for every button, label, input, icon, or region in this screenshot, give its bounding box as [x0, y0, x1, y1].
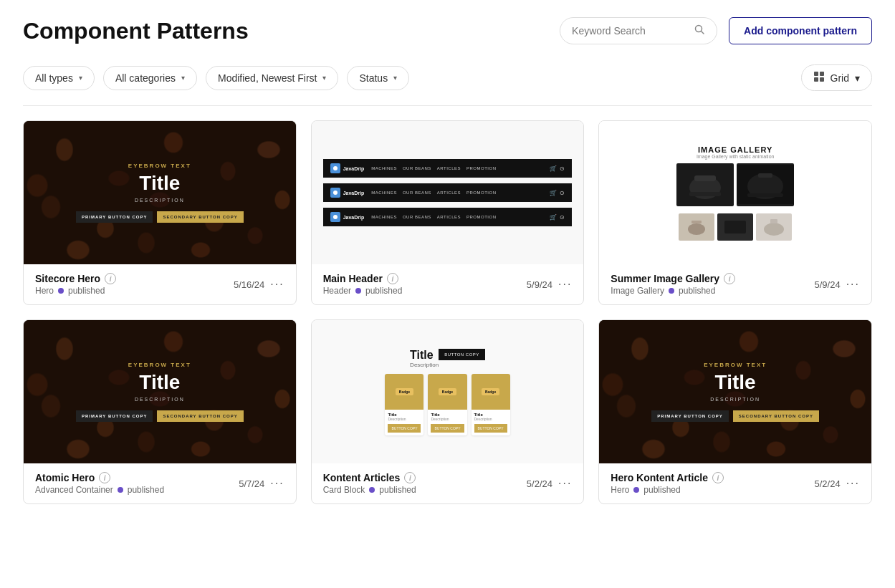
component-grid: Eyebrow Text Title Description Primary B…: [23, 120, 872, 504]
card-footer-kontent-articles: Kontent Articles i Card Block published …: [312, 463, 584, 503]
header-actions: Add component pattern: [560, 17, 872, 44]
card-type-2: Header: [323, 286, 351, 296]
gallery-main-grid: [676, 163, 794, 206]
more-options-button-3[interactable]: ···: [846, 279, 860, 290]
more-options-button-5[interactable]: ···: [558, 478, 572, 489]
card-name-row: Sitecore Hero i: [35, 273, 116, 284]
gallery-image-1: [676, 163, 734, 206]
articles-title: Title: [410, 349, 439, 362]
card-name-row-5: Kontent Articles i: [323, 472, 416, 483]
nav-links: Machines Our Beans Articles Promotion: [371, 166, 542, 170]
nav-logo: JavaDrip: [330, 163, 365, 173]
card-name-row-6: Hero Kontent Article i: [611, 472, 724, 483]
article-card-top-1: Badge: [385, 374, 423, 410]
svg-point-7: [333, 191, 338, 195]
card-date-row-6: 5/2/24 ···: [814, 478, 860, 489]
more-options-button-2[interactable]: ···: [558, 279, 572, 290]
status-dot-6: [633, 487, 639, 493]
card-date-row-3: 5/9/24 ···: [814, 279, 860, 290]
card-name-row-4: Atomic Hero i: [35, 472, 164, 483]
search-input[interactable]: [572, 25, 688, 37]
info-icon-2[interactable]: i: [387, 273, 398, 284]
info-icon-5[interactable]: i: [404, 472, 416, 483]
hero-primary-button-6: Primary Button Copy: [651, 410, 729, 422]
article-card-body-1: Title Description BUTTON COPY: [385, 410, 423, 435]
gallery-image-3: [679, 213, 714, 241]
nav-links-2: Machines Our Beans Articles Promotion: [371, 191, 542, 195]
info-icon-6[interactable]: i: [712, 472, 724, 483]
nav-logo-3: JavaDrip: [330, 212, 365, 222]
card-info-4: Atomic Hero i Advanced Container publish…: [35, 472, 164, 495]
chevron-down-icon: ▾: [322, 74, 326, 82]
svg-point-6: [333, 166, 338, 170]
article-card-body-3: Title Description BUTTON COPY: [472, 410, 510, 435]
article-card-desc-2: Description: [431, 417, 464, 421]
card-name-row-3: Summer Image Gallery i: [611, 273, 735, 284]
card-date-row-5: 5/2/24 ···: [527, 478, 573, 489]
card-meta-5: Card Block published: [323, 485, 416, 495]
hero-secondary-button-6: Secondary Button Copy: [733, 410, 819, 422]
card-thumbnail-sitecore-hero: Eyebrow Text Title Description Primary B…: [24, 121, 296, 264]
card-status-4: published: [128, 485, 164, 495]
cart-icon-3: 🛒: [550, 214, 557, 221]
card-type-5: Card Block: [323, 485, 365, 495]
page-header: Component Patterns Add component pattern: [23, 17, 872, 44]
filter-categories[interactable]: All categories ▾: [103, 66, 197, 90]
info-icon-3[interactable]: i: [724, 273, 735, 284]
card-name-2: Main Header: [323, 273, 383, 284]
filter-types[interactable]: All types ▾: [23, 66, 95, 90]
view-label: Grid: [831, 72, 849, 84]
article-card-body-2: Title Description BUTTON COPY: [428, 410, 466, 435]
status-dot-2: [355, 288, 361, 294]
article-card-top-2: Badge: [428, 374, 466, 410]
card-thumbnail-gallery: IMAGE GALLERY Image Gallery with static …: [599, 121, 871, 264]
card-date-4: 5/7/24: [239, 478, 264, 489]
user-icon: ⊙: [560, 165, 565, 172]
grid-icon: [813, 71, 825, 85]
more-options-button-6[interactable]: ···: [846, 478, 860, 489]
add-component-pattern-button[interactable]: Add component pattern: [729, 17, 872, 44]
card-hero-kontent-article: Eyebrow Text Title Description Primary B…: [598, 319, 872, 504]
card-name-6: Hero Kontent Article: [611, 472, 708, 483]
filter-status[interactable]: Status ▾: [347, 66, 409, 90]
page-title: Component Patterns: [23, 18, 249, 44]
card-info: Sitecore Hero i Hero published: [35, 273, 116, 296]
info-icon[interactable]: i: [105, 273, 116, 284]
filter-types-label: All types: [35, 72, 73, 84]
card-thumbnail-main-header: JavaDrip Machines Our Beans Articles Pro…: [312, 121, 584, 264]
more-options-button-4[interactable]: ···: [270, 478, 284, 489]
chevron-down-icon: ▾: [855, 72, 860, 84]
cart-icon: 🛒: [550, 165, 557, 172]
status-dot-4: [118, 487, 123, 493]
card-meta-4: Advanced Container published: [35, 485, 164, 495]
card-date: 5/16/24: [234, 279, 264, 290]
logo-icon-2: [330, 188, 340, 198]
article-card-1: Badge Title Description BUTTON COPY: [385, 374, 423, 435]
filters-bar: All types ▾ All categories ▾ Modified, N…: [23, 64, 872, 106]
card-status-5: published: [379, 485, 416, 495]
articles-desc: Description: [410, 362, 439, 368]
svg-rect-16: [747, 193, 783, 197]
card-info-6: Hero Kontent Article i Hero published: [611, 472, 724, 495]
more-options-button[interactable]: ···: [270, 279, 284, 290]
nav-icons: 🛒 ⊙: [550, 165, 565, 172]
svg-rect-5: [820, 77, 824, 82]
svg-rect-21: [724, 221, 746, 233]
info-icon-4[interactable]: i: [99, 472, 110, 483]
article-card-top-3: Badge: [472, 374, 510, 410]
article-card-desc-1: Description: [388, 417, 421, 421]
hero-desc-text-4: Description: [76, 397, 244, 402]
card-name-5: Kontent Articles: [323, 472, 401, 483]
card-kontent-articles: Title Description BUTTON COPY Badge Titl…: [311, 319, 585, 504]
view-toggle[interactable]: Grid ▾: [801, 64, 872, 91]
search-box[interactable]: [560, 17, 717, 44]
filter-status-label: Status: [359, 72, 388, 84]
chevron-down-icon: ▾: [181, 74, 185, 82]
card-footer-hero-kontent-article: Hero Kontent Article i Hero published 5/…: [599, 463, 871, 503]
filter-sort[interactable]: Modified, Newest First ▾: [206, 66, 338, 90]
nav-links-3: Machines Our Beans Articles Promotion: [371, 215, 542, 219]
card-info-5: Kontent Articles i Card Block published: [323, 472, 416, 495]
article-badge-1: Badge: [396, 388, 413, 395]
card-info-2: Main Header i Header published: [323, 273, 403, 296]
card-sitecore-hero: Eyebrow Text Title Description Primary B…: [23, 120, 297, 305]
